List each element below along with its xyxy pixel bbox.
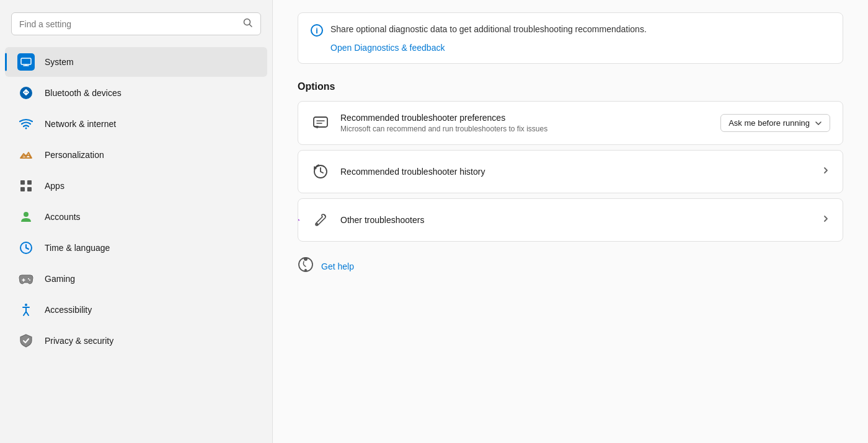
- svg-point-27: [316, 223, 318, 225]
- sidebar-item-label-accessibility: Accessibility: [45, 305, 92, 315]
- chevron-right-icon-2: [822, 214, 830, 226]
- sidebar-item-label-bluetooth: Bluetooth & devices: [45, 88, 122, 98]
- search-box[interactable]: [11, 12, 261, 35]
- svg-point-11: [24, 212, 29, 217]
- bluetooth-icon: [17, 84, 35, 102]
- svg-rect-22: [314, 117, 327, 127]
- recommended-prefs-card: Recommended troubleshooter preferences M…: [298, 101, 843, 145]
- get-help-link[interactable]: Get help: [321, 261, 354, 271]
- accounts-icon: [17, 208, 35, 226]
- sidebar-item-personalization[interactable]: Personalization: [5, 140, 267, 170]
- network-icon: [17, 115, 35, 133]
- recommended-prefs-title: Recommended troubleshooter preferences: [340, 113, 711, 123]
- sidebar-item-network[interactable]: Network & internet: [5, 109, 267, 139]
- time-icon: [17, 239, 35, 257]
- system-icon: [17, 53, 35, 71]
- svg-text:i: i: [316, 26, 318, 35]
- diagnostic-description: Share optional diagnostic data to get ad…: [330, 23, 830, 36]
- sidebar-item-label-apps: Apps: [45, 181, 64, 191]
- other-troubleshooters-title: Other troubleshooters: [340, 215, 812, 225]
- options-section-title: Options: [298, 81, 843, 92]
- svg-line-1: [250, 25, 252, 27]
- sidebar-item-label-gaming: Gaming: [45, 274, 75, 284]
- recommended-prefs-desc: Microsoft can recommend and run troubles…: [340, 125, 711, 133]
- svg-rect-10: [27, 187, 32, 191]
- sidebar-item-label-system: System: [45, 57, 74, 67]
- svg-point-30: [304, 269, 307, 271]
- sidebar-item-time[interactable]: Time & language: [5, 233, 267, 263]
- sidebar-item-accounts[interactable]: Accounts: [5, 202, 267, 232]
- svg-rect-9: [20, 187, 25, 191]
- svg-point-6: [25, 128, 27, 129]
- chevron-right-icon: [822, 166, 830, 177]
- svg-point-18: [29, 279, 30, 281]
- sidebar-item-apps[interactable]: Apps: [5, 171, 267, 201]
- svg-point-17: [28, 278, 29, 279]
- get-help-icon: [298, 257, 314, 276]
- recommended-history-title: Recommended troubleshooter history: [340, 167, 812, 177]
- other-troubleshooters-card: Other troubleshooters: [298, 198, 843, 242]
- sidebar-item-label-network: Network & internet: [45, 119, 116, 129]
- sidebar-item-bluetooth[interactable]: Bluetooth & devices: [5, 78, 267, 108]
- search-icon: [243, 18, 253, 30]
- apps-icon: [17, 177, 35, 195]
- sidebar: System Bluetooth & devices Network & int…: [0, 0, 273, 443]
- dropdown-label: Ask me before running: [728, 118, 810, 128]
- info-icon: i: [311, 24, 323, 40]
- info-text-block: Share optional diagnostic data to get ad…: [330, 23, 830, 53]
- gaming-icon: [17, 270, 35, 287]
- recommended-prefs-row[interactable]: Recommended troubleshooter preferences M…: [298, 102, 843, 144]
- main-content-area: i Share optional diagnostic data to get …: [273, 0, 868, 443]
- recommended-history-row[interactable]: Recommended troubleshooter history: [298, 151, 843, 193]
- personalization-icon: [17, 146, 35, 164]
- open-diagnostics-link[interactable]: Open Diagnostics & feedback: [330, 43, 445, 53]
- other-troubleshooters-chevron: [822, 214, 830, 226]
- sidebar-item-accessibility[interactable]: Accessibility: [5, 295, 267, 325]
- troubleshooter-dropdown[interactable]: Ask me before running: [720, 114, 830, 132]
- privacy-icon: [17, 332, 35, 349]
- recommended-history-card: Recommended troubleshooter history: [298, 150, 843, 193]
- get-help-row[interactable]: Get help: [298, 247, 843, 286]
- sidebar-item-gaming[interactable]: Gaming: [5, 264, 267, 294]
- sidebar-item-privacy[interactable]: Privacy & security: [5, 326, 267, 356]
- other-troubleshooters-row[interactable]: Other troubleshooters: [298, 199, 843, 241]
- accessibility-icon: [17, 301, 35, 318]
- recommended-history-text: Recommended troubleshooter history: [340, 167, 812, 177]
- sidebar-item-system[interactable]: System: [5, 47, 267, 77]
- svg-rect-8: [27, 180, 32, 185]
- history-icon: [311, 162, 330, 182]
- wrench-icon: [311, 210, 330, 230]
- sidebar-item-label-time: Time & language: [45, 243, 110, 253]
- search-input[interactable]: [19, 19, 238, 29]
- sidebar-item-label-personalization: Personalization: [45, 150, 104, 160]
- svg-point-19: [25, 304, 27, 306]
- recommended-prefs-text: Recommended troubleshooter preferences M…: [340, 113, 711, 133]
- sidebar-item-label-accounts: Accounts: [45, 212, 81, 222]
- recommended-prefs-control[interactable]: Ask me before running: [720, 114, 830, 132]
- svg-rect-7: [20, 180, 25, 185]
- recommended-history-chevron: [822, 166, 830, 177]
- other-troubleshooters-text: Other troubleshooters: [340, 215, 812, 225]
- chat-icon: [311, 113, 330, 133]
- diagnostic-info-box: i Share optional diagnostic data to get …: [298, 12, 843, 64]
- svg-point-29: [304, 257, 308, 261]
- sidebar-item-label-privacy: Privacy & security: [45, 336, 113, 346]
- svg-rect-2: [21, 58, 31, 64]
